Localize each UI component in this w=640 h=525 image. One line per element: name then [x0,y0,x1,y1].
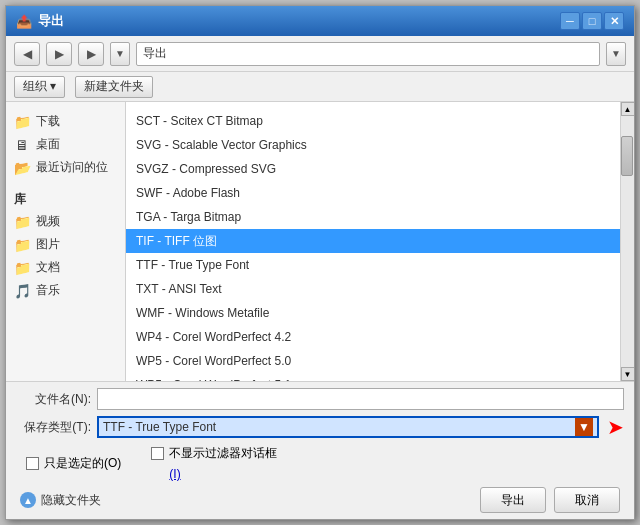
file-list-item[interactable]: SCT - Scitex CT Bitmap [126,109,620,133]
filetype-row: 保存类型(T): TTF - True Type Font ▼ ➤ [16,415,624,439]
sidebar-item-label: 音乐 [36,282,60,299]
action-bar: 组织 ▾ 新建文件夹 [6,72,634,102]
file-list-area: PLT - HPGL Plotter FilePNG - 可移植网络图形PSD … [126,102,620,381]
picture-icon: 📁 [14,237,30,253]
breadcrumb-dropdown[interactable]: ▼ [110,42,130,66]
checkbox-no-filter[interactable]: 不显示过滤器对话框 (I) [151,445,277,481]
title-bar: 📤 导出 ─ □ ✕ [6,6,634,36]
button-row: ▲ 隐藏文件夹 导出 取消 [16,487,624,513]
cancel-button[interactable]: 取消 [554,487,620,513]
file-list-item[interactable]: SWF - Adobe Flash [126,181,620,205]
title-bar-left: 📤 导出 [16,12,64,30]
close-button[interactable]: ✕ [604,12,624,30]
sidebar-item-desktop[interactable]: 🖥 桌面 [6,133,125,156]
sidebar-item-label: 图片 [36,236,60,253]
file-list-item[interactable]: WMF - Windows Metafile [126,301,620,325]
sidebar-item-label: 下载 [36,113,60,130]
title-bar-controls: ─ □ ✕ [560,12,624,30]
dialog-title: 导出 [38,12,64,30]
scrollbar[interactable]: ▲ ▼ [620,102,634,381]
checkbox-label-2: 不显示过滤器对话框 [169,445,277,462]
file-list-item[interactable]: SVGZ - Compressed SVG [126,157,620,181]
checkbox-selected-only[interactable]: 只是选定的(O) [26,455,121,472]
sidebar-item-label: 视频 [36,213,60,230]
scroll-track[interactable] [621,116,634,367]
hide-folder-arrow: ▲ [20,492,36,508]
library-label: 库 [6,187,125,210]
minimize-button[interactable]: ─ [560,12,580,30]
filename-label: 文件名(N): [16,391,91,408]
file-list-item[interactable]: TGA - Targa Bitmap [126,205,620,229]
file-list-item[interactable]: TXT - ANSI Text [126,277,620,301]
sidebar-item-video[interactable]: 📁 视频 [6,210,125,233]
forward-button[interactable]: ▶ [46,42,72,66]
red-arrow-indicator: ➤ [607,415,624,439]
checkbox-box-1[interactable] [26,457,39,470]
filetype-select[interactable]: TTF - True Type Font ▼ [97,416,599,438]
checkbox-label-2-sub: (I) [151,467,180,481]
filename-input[interactable] [97,388,624,410]
file-list-item[interactable]: SVG - Scalable Vector Graphics [126,133,620,157]
filetype-dropdown-arrow[interactable]: ▼ [575,418,593,436]
back-icon: ◀ [23,47,32,61]
document-icon: 📁 [14,260,30,276]
file-list-item[interactable]: WP5 - Corel WordPerfect 5.1 [126,373,620,381]
toolbar: ◀ ▶ ▶ ▼ 导出 ▼ [6,36,634,72]
sidebar-item-label: 最近访问的位 [36,159,108,176]
file-list-item[interactable]: TIF - TIFF 位图 [126,229,620,253]
new-folder-button[interactable]: 新建文件夹 [75,76,153,98]
file-list-item[interactable]: TTF - True Type Font [126,253,620,277]
sidebar-item-label: 文档 [36,259,60,276]
export-button[interactable]: 导出 [480,487,546,513]
back-button[interactable]: ◀ [14,42,40,66]
scroll-up-arrow[interactable]: ▲ [621,102,635,116]
hide-folder-label: 隐藏文件夹 [41,492,101,509]
sidebar-item-recent[interactable]: 📂 最近访问的位 [6,156,125,179]
scroll-down-arrow[interactable]: ▼ [621,367,635,381]
breadcrumb: 导出 [136,42,600,66]
export-dialog: 📤 导出 ─ □ ✕ ◀ ▶ ▶ ▼ 导出 ▼ 组织 ▾ 新建文件夹 [5,5,635,520]
checkbox-box-2[interactable] [151,447,164,460]
file-list-item[interactable]: WP4 - Corel WordPerfect 4.2 [126,325,620,349]
sidebar: 📁 下载 🖥 桌面 📂 最近访问的位 库 📁 视频 📁 图片 [6,102,126,381]
dialog-title-icon: 📤 [16,14,32,29]
forward-icon: ▶ [55,47,64,61]
checkbox-row: 只是选定的(O) 不显示过滤器对话框 (I) [16,445,624,481]
sidebar-item-downloads[interactable]: 📁 下载 [6,110,125,133]
main-content: 📁 下载 🖥 桌面 📂 最近访问的位 库 📁 视频 📁 图片 [6,102,634,381]
recent-button[interactable]: ▶ [78,42,104,66]
recent-icon: ▶ [87,47,96,61]
sidebar-item-document[interactable]: 📁 文档 [6,256,125,279]
video-icon: 📁 [14,214,30,230]
filename-row: 文件名(N): [16,388,624,410]
filetype-value: TTF - True Type Font [103,420,575,434]
checkbox-label-1: 只是选定的(O) [44,455,121,472]
hide-folder-toggle[interactable]: ▲ 隐藏文件夹 [20,492,101,509]
sidebar-item-music[interactable]: 🎵 音乐 [6,279,125,302]
button-group: 导出 取消 [480,487,620,513]
folder-icon: 📁 [14,114,30,130]
organize-button[interactable]: 组织 ▾ [14,76,65,98]
desktop-icon: 🖥 [14,137,30,153]
filetype-label: 保存类型(T): [16,419,91,436]
file-list-item[interactable]: RTF - Rich Text Format [126,102,620,109]
bottom-section: 文件名(N): 保存类型(T): TTF - True Type Font ▼ … [6,381,634,519]
file-list-item[interactable]: WP5 - Corel WordPerfect 5.0 [126,349,620,373]
new-folder-label: 新建文件夹 [84,78,144,95]
recent-icon: 📂 [14,160,30,176]
scroll-thumb[interactable] [621,136,633,176]
sidebar-item-picture[interactable]: 📁 图片 [6,233,125,256]
file-list: PLT - HPGL Plotter FilePNG - 可移植网络图形PSD … [126,102,620,381]
organize-label: 组织 ▾ [23,78,56,95]
music-icon: 🎵 [14,283,30,299]
sidebar-item-label: 桌面 [36,136,60,153]
maximize-button[interactable]: □ [582,12,602,30]
view-dropdown[interactable]: ▼ [606,42,626,66]
